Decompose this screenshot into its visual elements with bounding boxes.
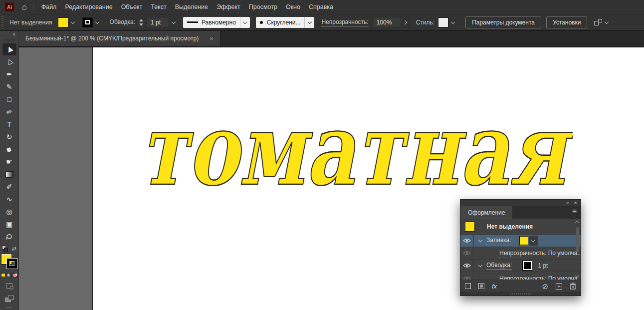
expand-panel-icon[interactable]: » [12,32,15,37]
fill-opacity-visibility-toggle[interactable] [460,247,474,259]
menu-edit[interactable]: Редактирование [64,2,113,12]
opacity-dropdown[interactable] [401,17,410,28]
fill-swatch-dropdown[interactable] [529,236,538,246]
menu-help[interactable]: Справка [308,2,334,12]
trash-icon[interactable] [570,283,576,290]
stroke-swatch[interactable] [523,261,532,270]
width-profile-chevron[interactable] [240,17,250,28]
direct-selection-tool[interactable]: ▷ [2,56,16,68]
add-new-fill-icon[interactable] [478,283,484,289]
eyedropper-tool[interactable]: ✐ [2,181,16,193]
shape-builder-tool[interactable]: ◎ [2,206,16,218]
fill-opacity-label[interactable]: Непрозрачность: [499,250,546,258]
scrollbar-thumb[interactable] [576,227,579,252]
collapse-panel-icon[interactable]: « [566,201,569,206]
arrange-documents-dropdown[interactable] [602,17,611,27]
arrange-documents-icon[interactable] [594,19,602,26]
add-effect-icon[interactable]: fx [492,283,497,290]
rotate-tool-icon: ↻ [6,133,12,140]
tab-close-icon[interactable]: × [210,35,214,42]
add-new-stroke-icon[interactable] [465,283,471,289]
edit-toolbar-icon[interactable]: … [6,302,13,310]
blob-brush-tool[interactable]: ∿ [2,193,16,205]
zoom-tool[interactable]: Q [2,231,16,243]
stroke-opacity-label[interactable]: Непрозрачность: [499,275,546,280]
menu-view[interactable]: Просмотр [248,2,278,12]
stroke-weight-stepper[interactable] [139,19,143,26]
menu-window[interactable]: Окно [285,2,301,12]
stroke-opacity-visibility-toggle[interactable] [460,272,474,280]
document-tab[interactable]: Безымянный-1* @ 200 % (CMYK/Предваритель… [19,31,220,46]
illustrator-logo-icon[interactable]: Ai [4,2,14,12]
pen-tool[interactable]: ✒ [2,68,16,80]
stepper-up-icon[interactable] [139,19,143,21]
stroke-weight-dropdown[interactable] [169,17,178,27]
home-icon[interactable]: ⌂ [22,3,27,11]
opacity-input[interactable]: 100% [372,17,401,28]
fill-label[interactable]: Заливка: [486,237,511,245]
stroke-weight-value[interactable]: 1 pt [538,262,548,269]
fill-visibility-toggle[interactable] [460,235,474,247]
color-button[interactable] [1,273,5,277]
preferences-button[interactable]: Установки [546,16,587,28]
none-button[interactable] [13,273,17,277]
graphic-style-swatch[interactable] [438,17,448,27]
chevron-down-icon[interactable] [478,263,482,267]
stroke-label[interactable]: Обводка: [486,262,512,270]
clear-appearance-icon[interactable]: ⊘ [542,283,548,290]
selection-tool[interactable]: ▶ [2,43,16,55]
gradient-tool[interactable] [2,168,16,180]
chevron-down-icon[interactable] [478,238,482,242]
speech-bubble-tool-icon: ☛ [6,158,12,165]
stroke-visibility-toggle[interactable] [460,260,474,272]
tab-appearance[interactable]: Оформление [460,206,512,219]
panel-close-icon[interactable]: × [574,200,577,206]
fill-swatch[interactable] [519,236,528,245]
speech-bubble-tool[interactable]: ☛ [2,156,16,168]
graphic-style-dropdown[interactable] [448,17,457,27]
brush-chevron[interactable] [304,17,314,28]
artwork-lettering[interactable]: томатная [138,105,573,195]
fill-opacity-row[interactable]: Непрозрачность: По умолча... [460,247,581,260]
rotate-tool[interactable]: ↻ [2,131,16,143]
menu-object[interactable]: Объект [120,2,144,12]
curvature-tool[interactable]: ✎ [2,81,16,93]
panel-resize-grip[interactable] [460,292,581,296]
appearance-header-row[interactable]: Нет выделения [460,219,581,235]
swap-fill-stroke-icon[interactable]: ⇄ [11,246,16,252]
stepper-down-icon[interactable] [139,23,143,26]
stroke-weight-input[interactable]: 1 pt [146,17,169,28]
stroke-row[interactable]: Обводка: 1 pt [460,260,581,272]
paintbrush-tool[interactable]: ✏ [2,106,16,118]
artboard-tool[interactable]: ▣ [2,218,16,230]
duplicate-item-icon[interactable]: + [556,283,562,290]
control-bar-grip[interactable] [1,16,3,29]
document-setup-button[interactable]: Параметры документа [465,16,541,28]
fill-color-dropdown[interactable] [68,17,77,27]
opacity-label[interactable]: Непрозрачность: [321,18,368,26]
stroke-proxy-swatch[interactable] [7,259,17,269]
width-profile-dropdown[interactable]: Равномерно [183,17,250,28]
fill-color-swatch[interactable] [58,17,68,27]
brush-definition-dropdown[interactable]: Скруглени... [256,17,315,28]
type-tool[interactable]: T [2,118,16,130]
default-fill-stroke-icon[interactable] [2,246,8,252]
stroke-weight-label[interactable]: Обводка: [110,18,135,26]
menu-effect[interactable]: Эффект [215,2,241,12]
stroke-color-swatch[interactable] [82,17,93,27]
menu-type[interactable]: Текст [150,2,167,12]
draw-normal-mode-icon[interactable] [5,296,14,302]
drawing-mode-icon[interactable] [6,283,12,289]
stroke-color-dropdown[interactable] [93,17,102,27]
tools-panel-grip[interactable] [3,39,15,41]
chevron-down-icon [531,238,535,242]
menu-file[interactable]: Файл [40,2,58,12]
panel-menu-icon[interactable]: ≡ [572,207,577,216]
stroke-opacity-row[interactable]: Непрозрачность: По умолча... [460,272,581,280]
rectangle-tool[interactable]: □ [2,93,16,105]
color-mode-buttons [1,273,17,277]
fill-row[interactable]: Заливка: [460,235,581,247]
menu-select[interactable]: Выделение [174,2,209,12]
gradient-button[interactable] [7,273,11,277]
eraser-tool[interactable]: ◆ [2,143,16,155]
